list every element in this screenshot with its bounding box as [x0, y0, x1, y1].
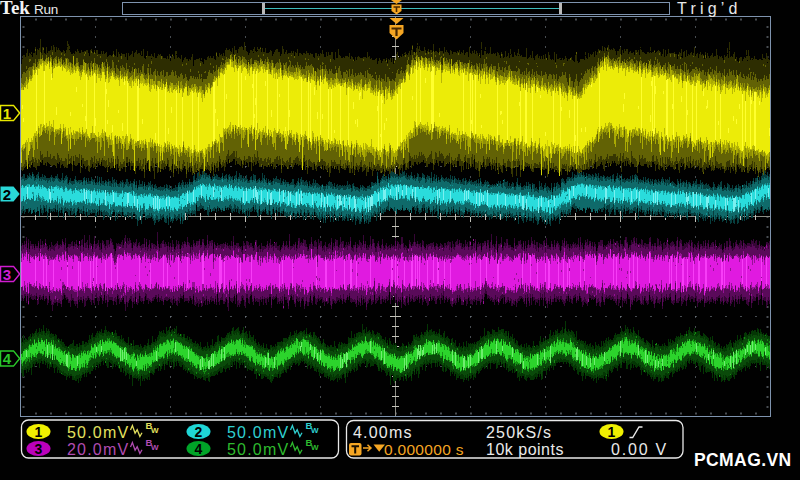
svg-text:PCMAG.VN: PCMAG.VN [694, 450, 792, 470]
svg-text:4: 4 [195, 441, 203, 457]
svg-text:W: W [311, 443, 319, 452]
svg-text:W: W [151, 443, 159, 452]
svg-text:0.000000 s: 0.000000 s [384, 441, 464, 458]
svg-text:20.0mV: 20.0mV [67, 441, 129, 458]
svg-text:1: 1 [35, 424, 43, 440]
svg-text:50.0mV: 50.0mV [67, 424, 129, 441]
svg-text:50.0mV: 50.0mV [227, 441, 289, 458]
svg-text:4.00ms: 4.00ms [353, 424, 413, 441]
svg-text:W: W [151, 426, 159, 435]
svg-text:10k points: 10k points [486, 441, 564, 458]
svg-text:W: W [311, 426, 319, 435]
svg-text:0.00 V: 0.00 V [611, 441, 668, 458]
svg-text:1: 1 [3, 105, 11, 122]
svg-text:250kS/s: 250kS/s [486, 424, 552, 441]
svg-text:2: 2 [195, 424, 203, 440]
svg-text:Trig’d: Trig’d [677, 0, 742, 17]
svg-text:3: 3 [35, 441, 43, 457]
svg-text:3: 3 [3, 266, 11, 283]
svg-text:1: 1 [608, 424, 616, 440]
svg-text:50.0mV: 50.0mV [227, 424, 289, 441]
svg-text:Tek: Tek [0, 0, 30, 18]
svg-text:2: 2 [3, 186, 11, 203]
svg-text:Run: Run [34, 2, 58, 17]
svg-text:4: 4 [3, 350, 12, 367]
